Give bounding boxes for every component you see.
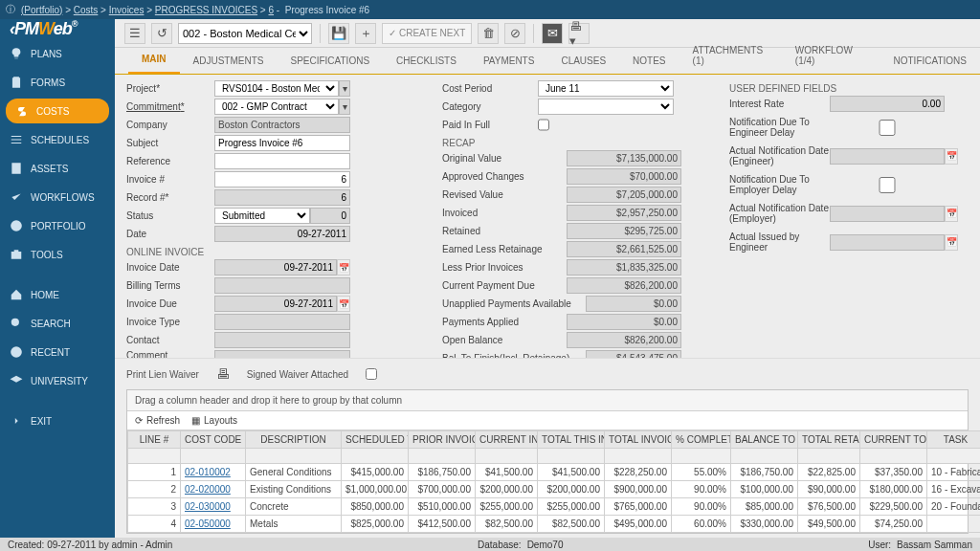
crumb-portfolio[interactable]: (Portfolio) [21, 5, 62, 15]
calendar-icon[interactable]: 📅 [337, 296, 350, 312]
col-bal[interactable]: BALANCE TO INVOICE [731, 431, 798, 449]
actual-notif-emp-field[interactable] [830, 206, 945, 222]
tab-specifications[interactable]: SPECIFICATIONS [277, 48, 383, 74]
tab-main[interactable]: MAIN [128, 46, 180, 74]
reference-field[interactable] [214, 153, 350, 169]
create-next-button[interactable]: ✓ CREATE NEXT [382, 23, 472, 44]
add-icon[interactable]: ＋ [355, 23, 376, 44]
col-ret[interactable]: TOTAL RETAINED [798, 431, 860, 449]
table-row[interactable]: 202-020000Existing Conditions$1,000,000.… [128, 481, 981, 498]
signed-waiver-checkbox[interactable] [366, 368, 377, 380]
calendar-icon[interactable]: 📅 [945, 206, 958, 222]
tab-clauses[interactable]: CLAUSES [547, 48, 619, 74]
dollar-icon [15, 104, 29, 118]
project-selector[interactable]: 002 - Boston Medical Center - Bosto [178, 23, 312, 44]
grid-refresh[interactable]: ⟳ Refresh [135, 415, 180, 426]
cost-period-field[interactable]: June 11 [538, 80, 674, 97]
paid-in-full-checkbox[interactable] [538, 117, 549, 133]
sidebar-assets[interactable]: ASSETS [0, 154, 115, 183]
crumb-invoices[interactable]: Invoices [109, 5, 145, 15]
category-field[interactable] [538, 99, 674, 115]
col-tinv[interactable]: TOTAL INVOICED [605, 431, 672, 449]
sidebar-tools[interactable]: TOOLS [0, 240, 115, 269]
col-costcode[interactable]: COST CODE [181, 431, 246, 449]
delete-icon[interactable]: 🗑 [478, 23, 499, 44]
commitment-field[interactable]: 002 - GMP Contract [214, 99, 339, 115]
label-invoice-due: Invoice Due [126, 298, 214, 309]
table-row[interactable]: 302-030000Concrete$850,000.00$510,000.00… [128, 498, 981, 516]
tab-checklists[interactable]: CHECKLISTS [383, 48, 470, 74]
grid-group-hint[interactable]: Drag a column header and drop it here to… [127, 390, 968, 411]
actual-issued-field[interactable] [830, 234, 945, 251]
interest-rate-field[interactable] [830, 96, 945, 112]
tab-adjustments[interactable]: ADJUSTMENTS [180, 48, 278, 74]
invoice-date-field[interactable] [214, 259, 337, 276]
list-icon [10, 133, 23, 146]
print-lien-icon[interactable]: 🖶 [216, 366, 230, 382]
grid-layouts[interactable]: ▦ Layouts [191, 415, 237, 426]
crumb-costs[interactable]: Costs [74, 5, 99, 15]
billing-terms-field[interactable] [214, 277, 350, 294]
subject-field[interactable] [214, 135, 350, 151]
col-tthis[interactable]: TOTAL THIS INVOICE [538, 431, 605, 449]
invoice-due-field[interactable] [214, 296, 337, 312]
sidebar-forms[interactable]: FORMS [0, 68, 115, 97]
sidebar-university[interactable]: UNIVERSITY [0, 366, 115, 395]
notif-emp-checkbox[interactable] [830, 177, 945, 193]
status-field[interactable]: Submitted [214, 208, 310, 224]
col-desc[interactable]: DESCRIPTION [246, 431, 342, 449]
project-field[interactable]: RVS0104 - Boston Medical Center [214, 80, 339, 97]
tab-payments[interactable]: PAYMENTS [470, 48, 548, 74]
sidebar-costs[interactable]: COSTS [6, 99, 109, 123]
label-commitment[interactable]: Commitment [126, 101, 214, 112]
calendar-icon[interactable]: 📅 [337, 259, 350, 276]
print-lien-label: Print Lien Waiver [126, 369, 199, 380]
sidebar-recent[interactable]: RECENT [0, 338, 115, 366]
calendar-icon[interactable]: 📅 [945, 148, 958, 165]
table-row[interactable]: 402-050000Metals$825,000.00$412,500.00$8… [128, 516, 981, 533]
label-project: Project [126, 83, 214, 94]
tab-notifications[interactable]: NOTIFICATIONS [880, 48, 980, 74]
sidebar-exit[interactable]: EXIT [0, 407, 115, 435]
sidebar-search[interactable]: SEARCH [0, 309, 115, 338]
label-company: Company [126, 120, 214, 130]
undo-icon[interactable]: ↺ [151, 23, 172, 44]
status-rev [310, 208, 350, 224]
table-row[interactable]: 102-010002General Conditions$415,000.00$… [128, 464, 981, 481]
label-invoice-date: Invoice Date [126, 262, 214, 273]
block-icon[interactable]: ⊘ [504, 23, 525, 44]
calendar-icon[interactable]: 📅 [945, 234, 958, 251]
menu-icon[interactable]: ☰ [124, 23, 145, 44]
label-reference: Reference [126, 156, 214, 166]
sidebar-plans[interactable]: PLANS [0, 39, 115, 68]
col-pct[interactable]: % COMPLETE [672, 431, 731, 449]
crumb-progress[interactable]: PROGRESS INVOICES [155, 5, 257, 15]
commitment-lookup[interactable]: ▾ [339, 99, 350, 115]
tab-workflow[interactable]: WORKFLOW (1/4) [782, 37, 880, 74]
email-icon[interactable]: ✉ [542, 23, 563, 44]
tab-attachments[interactable]: ATTACHMENTS (1) [679, 37, 782, 74]
col-task[interactable]: TASK [927, 431, 981, 449]
col-prior[interactable]: PRIOR INVOICES [409, 431, 476, 449]
invoice-type-field[interactable] [214, 314, 350, 330]
exit-icon [10, 414, 23, 428]
save-icon[interactable]: 💾 [328, 23, 349, 44]
invoice-no-field[interactable] [214, 171, 350, 187]
col-sched[interactable]: SCHEDULED VALUE [342, 431, 409, 449]
grid-filter-row[interactable] [128, 449, 981, 464]
sidebar-portfolio[interactable]: PORTFOLIO [0, 211, 115, 240]
contact-field[interactable] [214, 332, 350, 348]
notif-eng-checkbox[interactable] [830, 120, 945, 136]
recap-retained: $295,725.00 [567, 223, 681, 239]
tab-notes[interactable]: NOTES [619, 48, 679, 74]
project-lookup[interactable]: ▾ [339, 80, 350, 97]
col-due[interactable]: CURRENT TOTAL DUE [860, 431, 927, 449]
sidebar-workflows[interactable]: WORKFLOWS [0, 183, 115, 211]
comment-field[interactable] [214, 350, 350, 358]
sidebar-home[interactable]: HOME [0, 280, 115, 309]
col-current[interactable]: CURRENT INVOICE [476, 431, 538, 449]
print-icon[interactable]: 🖶 ▾ [568, 23, 590, 44]
actual-notif-eng-field[interactable] [830, 148, 945, 165]
sidebar-schedules[interactable]: SCHEDULES [0, 125, 115, 154]
col-line[interactable]: LINE # [128, 431, 181, 449]
